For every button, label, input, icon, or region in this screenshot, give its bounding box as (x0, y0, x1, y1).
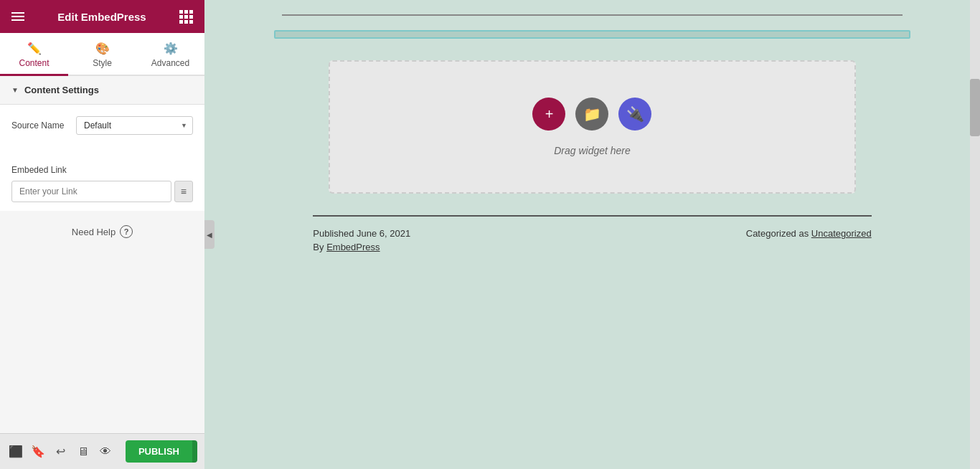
collapse-toggle[interactable]: ◀ (204, 220, 215, 249)
bottom-divider (313, 215, 871, 217)
drag-widget-area: + 📁 🔌 Drag widget here (329, 60, 856, 194)
tab-advanced-label: Advanced (151, 58, 189, 68)
categorized-text: Categorized as Uncategorized (746, 228, 872, 239)
tab-advanced[interactable]: ⚙️ Advanced (136, 34, 204, 76)
plugin-widget-button[interactable]: 🔌 (618, 98, 651, 131)
bookmark-icon[interactable]: 🔖 (29, 442, 46, 462)
widget-buttons: + 📁 🔌 (532, 98, 651, 131)
meta-left: Published June 6, 2021 By EmbedPress (313, 228, 410, 252)
embed-link-button[interactable]: ≡ (174, 181, 193, 202)
folder-widget-button[interactable]: 📁 (575, 98, 608, 131)
tabs-row: ✏️ Content 🎨 Style ⚙️ Advanced (0, 33, 204, 76)
top-divider (282, 14, 903, 16)
panel-content: ▼ Content Settings Source Name Default E… (0, 76, 204, 433)
style-tab-icon: 🎨 (95, 42, 110, 55)
source-name-row: Source Name Default (11, 116, 193, 135)
eye-icon[interactable]: 👁 (98, 442, 114, 462)
embed-link-input[interactable] (11, 181, 171, 202)
panel-header: Edit EmbedPress (0, 0, 204, 33)
desktop-icon[interactable]: 🖥 (75, 442, 91, 462)
grid-icon[interactable] (179, 10, 193, 24)
add-widget-button[interactable]: + (532, 98, 565, 131)
content-tab-icon: ✏️ (27, 42, 42, 55)
bottom-bar: ⬛ 🔖 ↩ 🖥 👁 PUBLISH ▲ (0, 433, 204, 469)
meta-right: Categorized as Uncategorized (746, 228, 872, 252)
embed-link-section: Embeded Link ≡ (0, 156, 204, 211)
embed-input-row: ≡ (11, 181, 193, 202)
help-icon: ? (120, 225, 133, 238)
hamburger-icon[interactable] (11, 12, 24, 21)
plugin-icon: 🔌 (626, 105, 644, 123)
advanced-tab-icon: ⚙️ (164, 42, 178, 55)
left-panel: Edit EmbedPress ✏️ Content 🎨 Style ⚙️ Ad… (0, 0, 204, 469)
panel-title: Edit EmbedPress (57, 11, 146, 23)
add-icon: + (545, 106, 554, 123)
source-name-label: Source Name (11, 120, 76, 131)
embed-selected-bar (274, 30, 910, 39)
main-area: + 📁 🔌 Drag widget here Published June 6,… (204, 0, 980, 469)
scrollbar[interactable] (970, 0, 980, 469)
by-row: By EmbedPress (313, 242, 410, 252)
embed-link-label: Embeded Link (11, 165, 193, 175)
category-link[interactable]: Uncategorized (811, 228, 872, 239)
categorized-label: Categorized as (746, 228, 809, 239)
tab-style[interactable]: 🎨 Style (68, 34, 136, 76)
section-label: Content Settings (24, 85, 99, 95)
drag-widget-text: Drag widget here (554, 145, 631, 156)
source-name-select-wrap: Default (76, 116, 193, 135)
publish-button[interactable]: PUBLISH (126, 440, 192, 463)
tab-content[interactable]: ✏️ Content (0, 34, 68, 76)
content-settings-header[interactable]: ▼ Content Settings (0, 76, 204, 105)
author-link[interactable]: EmbedPress (326, 242, 380, 252)
meta-row: Published June 6, 2021 By EmbedPress Cat… (313, 228, 871, 252)
publish-arrow-button[interactable]: ▲ (192, 440, 197, 463)
source-name-select[interactable]: Default (76, 116, 193, 135)
tab-content-label: Content (19, 58, 49, 68)
by-text: By (313, 242, 324, 252)
folder-icon: 📁 (583, 105, 601, 123)
section-body: Source Name Default (0, 105, 204, 156)
chevron-icon: ▼ (11, 86, 19, 94)
publish-group: PUBLISH ▲ (126, 440, 197, 463)
published-text: Published June 6, 2021 (313, 228, 410, 239)
need-help[interactable]: Need Help ? (0, 211, 204, 252)
scroll-thumb[interactable] (970, 79, 980, 136)
undo-icon[interactable]: ↩ (52, 442, 69, 462)
need-help-label: Need Help (72, 227, 116, 237)
tab-style-label: Style (93, 58, 112, 68)
layers-icon[interactable]: ⬛ (7, 442, 24, 462)
